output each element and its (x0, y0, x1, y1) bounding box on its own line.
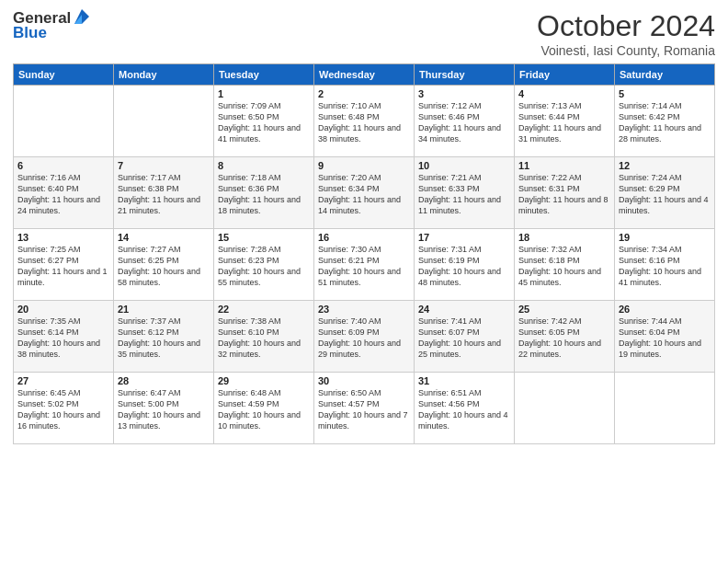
day-info: Sunrise: 7:40 AMSunset: 6:09 PMDaylight:… (318, 316, 410, 361)
day-number: 12 (619, 160, 711, 171)
calendar-week-4: 27Sunrise: 6:45 AMSunset: 5:02 PMDayligh… (14, 373, 715, 444)
day-info: Sunrise: 6:50 AMSunset: 4:57 PMDaylight:… (318, 387, 410, 432)
calendar-cell: 16Sunrise: 7:30 AMSunset: 6:21 PMDayligh… (314, 229, 415, 301)
header-wednesday: Wednesday (314, 64, 415, 86)
day-number: 20 (17, 304, 109, 315)
day-info: Sunrise: 7:10 AMSunset: 6:48 PMDaylight:… (318, 100, 410, 145)
calendar-cell: 21Sunrise: 7:37 AMSunset: 6:12 PMDayligh… (114, 301, 214, 373)
calendar-cell: 5Sunrise: 7:14 AMSunset: 6:42 PMDaylight… (615, 86, 715, 157)
day-number: 23 (318, 304, 410, 315)
day-number: 22 (218, 304, 310, 315)
day-number: 26 (619, 304, 711, 315)
day-info: Sunrise: 7:22 AMSunset: 6:31 PMDaylight:… (518, 172, 610, 217)
calendar-cell: 14Sunrise: 7:27 AMSunset: 6:25 PMDayligh… (114, 229, 214, 301)
day-info: Sunrise: 7:21 AMSunset: 6:33 PMDaylight:… (418, 172, 510, 217)
day-info: Sunrise: 7:14 AMSunset: 6:42 PMDaylight:… (619, 100, 711, 145)
calendar-cell: 15Sunrise: 7:28 AMSunset: 6:23 PMDayligh… (214, 229, 314, 301)
header-tuesday: Tuesday (214, 64, 314, 86)
calendar-cell: 3Sunrise: 7:12 AMSunset: 6:46 PMDaylight… (415, 86, 515, 157)
day-info: Sunrise: 7:24 AMSunset: 6:29 PMDaylight:… (619, 172, 711, 217)
calendar-cell: 29Sunrise: 6:48 AMSunset: 4:59 PMDayligh… (214, 373, 314, 444)
day-info: Sunrise: 7:16 AMSunset: 6:40 PMDaylight:… (17, 172, 109, 217)
day-number: 6 (17, 160, 109, 171)
calendar-cell: 7Sunrise: 7:17 AMSunset: 6:38 PMDaylight… (114, 157, 214, 229)
day-number: 8 (218, 160, 310, 171)
header: General Blue October 2024 Voinesti, Iasi… (13, 9, 715, 58)
calendar-cell: 2Sunrise: 7:10 AMSunset: 6:48 PMDaylight… (314, 86, 415, 157)
calendar-week-2: 13Sunrise: 7:25 AMSunset: 6:27 PMDayligh… (14, 229, 715, 301)
day-number: 27 (17, 375, 109, 386)
day-info: Sunrise: 7:25 AMSunset: 6:27 PMDaylight:… (17, 244, 109, 289)
calendar-cell: 26Sunrise: 7:44 AMSunset: 6:04 PMDayligh… (615, 301, 715, 373)
logo: General Blue (13, 9, 89, 42)
day-info: Sunrise: 7:42 AMSunset: 6:05 PMDaylight:… (518, 316, 610, 361)
day-number: 31 (418, 375, 510, 386)
day-number: 18 (518, 232, 610, 243)
calendar-cell: 8Sunrise: 7:18 AMSunset: 6:36 PMDaylight… (214, 157, 314, 229)
calendar-cell: 12Sunrise: 7:24 AMSunset: 6:29 PMDayligh… (615, 157, 715, 229)
day-number: 9 (318, 160, 410, 171)
day-number: 7 (118, 160, 210, 171)
page: General Blue October 2024 Voinesti, Iasi… (0, 0, 728, 563)
calendar-cell: 28Sunrise: 6:47 AMSunset: 5:00 PMDayligh… (114, 373, 214, 444)
title-block: October 2024 Voinesti, Iasi County, Roma… (537, 9, 715, 58)
day-info: Sunrise: 7:37 AMSunset: 6:12 PMDaylight:… (118, 316, 210, 361)
weekday-header-row: Sunday Monday Tuesday Wednesday Thursday… (14, 64, 715, 86)
day-number: 28 (118, 375, 210, 386)
month-title: October 2024 (537, 9, 715, 43)
header-saturday: Saturday (615, 64, 715, 86)
calendar-cell: 13Sunrise: 7:25 AMSunset: 6:27 PMDayligh… (14, 229, 114, 301)
calendar-week-0: 1Sunrise: 7:09 AMSunset: 6:50 PMDaylight… (14, 86, 715, 157)
day-number: 14 (118, 232, 210, 243)
day-number: 17 (418, 232, 510, 243)
location: Voinesti, Iasi County, Romania (537, 43, 715, 58)
calendar-cell: 6Sunrise: 7:16 AMSunset: 6:40 PMDaylight… (14, 157, 114, 229)
calendar-cell (515, 373, 615, 444)
day-info: Sunrise: 7:28 AMSunset: 6:23 PMDaylight:… (218, 244, 310, 289)
calendar-cell: 4Sunrise: 7:13 AMSunset: 6:44 PMDaylight… (515, 86, 615, 157)
day-info: Sunrise: 6:45 AMSunset: 5:02 PMDaylight:… (17, 387, 109, 432)
day-number: 5 (619, 88, 711, 99)
day-info: Sunrise: 7:18 AMSunset: 6:36 PMDaylight:… (218, 172, 310, 217)
calendar-cell: 23Sunrise: 7:40 AMSunset: 6:09 PMDayligh… (314, 301, 415, 373)
day-info: Sunrise: 7:20 AMSunset: 6:34 PMDaylight:… (318, 172, 410, 217)
calendar-cell: 1Sunrise: 7:09 AMSunset: 6:50 PMDaylight… (214, 86, 314, 157)
day-info: Sunrise: 6:48 AMSunset: 4:59 PMDaylight:… (218, 387, 310, 432)
calendar-week-1: 6Sunrise: 7:16 AMSunset: 6:40 PMDaylight… (14, 157, 715, 229)
calendar-cell: 10Sunrise: 7:21 AMSunset: 6:33 PMDayligh… (415, 157, 515, 229)
day-number: 30 (318, 375, 410, 386)
day-number: 15 (218, 232, 310, 243)
calendar-cell (114, 86, 214, 157)
day-info: Sunrise: 7:38 AMSunset: 6:10 PMDaylight:… (218, 316, 310, 361)
day-number: 19 (619, 232, 711, 243)
header-monday: Monday (114, 64, 214, 86)
day-number: 21 (118, 304, 210, 315)
day-info: Sunrise: 7:31 AMSunset: 6:19 PMDaylight:… (418, 244, 510, 289)
day-number: 29 (218, 375, 310, 386)
calendar-cell: 17Sunrise: 7:31 AMSunset: 6:19 PMDayligh… (415, 229, 515, 301)
day-info: Sunrise: 7:09 AMSunset: 6:50 PMDaylight:… (218, 100, 310, 145)
day-number: 24 (418, 304, 510, 315)
day-info: Sunrise: 7:32 AMSunset: 6:18 PMDaylight:… (518, 244, 610, 289)
calendar-cell: 20Sunrise: 7:35 AMSunset: 6:14 PMDayligh… (14, 301, 114, 373)
calendar-cell: 18Sunrise: 7:32 AMSunset: 6:18 PMDayligh… (515, 229, 615, 301)
calendar-cell: 9Sunrise: 7:20 AMSunset: 6:34 PMDaylight… (314, 157, 415, 229)
calendar-week-3: 20Sunrise: 7:35 AMSunset: 6:14 PMDayligh… (14, 301, 715, 373)
day-number: 1 (218, 88, 310, 99)
day-info: Sunrise: 7:13 AMSunset: 6:44 PMDaylight:… (518, 100, 610, 145)
day-info: Sunrise: 7:27 AMSunset: 6:25 PMDaylight:… (118, 244, 210, 289)
calendar-cell: 31Sunrise: 6:51 AMSunset: 4:56 PMDayligh… (415, 373, 515, 444)
day-number: 2 (318, 88, 410, 99)
day-info: Sunrise: 7:41 AMSunset: 6:07 PMDaylight:… (418, 316, 510, 361)
day-number: 3 (418, 88, 510, 99)
day-info: Sunrise: 7:17 AMSunset: 6:38 PMDaylight:… (118, 172, 210, 217)
day-number: 16 (318, 232, 410, 243)
day-info: Sunrise: 6:51 AMSunset: 4:56 PMDaylight:… (418, 387, 510, 432)
calendar-cell (14, 86, 114, 157)
calendar-cell: 11Sunrise: 7:22 AMSunset: 6:31 PMDayligh… (515, 157, 615, 229)
calendar-cell: 22Sunrise: 7:38 AMSunset: 6:10 PMDayligh… (214, 301, 314, 373)
calendar-cell (615, 373, 715, 444)
calendar-cell: 30Sunrise: 6:50 AMSunset: 4:57 PMDayligh… (314, 373, 415, 444)
calendar-cell: 24Sunrise: 7:41 AMSunset: 6:07 PMDayligh… (415, 301, 515, 373)
day-info: Sunrise: 6:47 AMSunset: 5:00 PMDaylight:… (118, 387, 210, 432)
